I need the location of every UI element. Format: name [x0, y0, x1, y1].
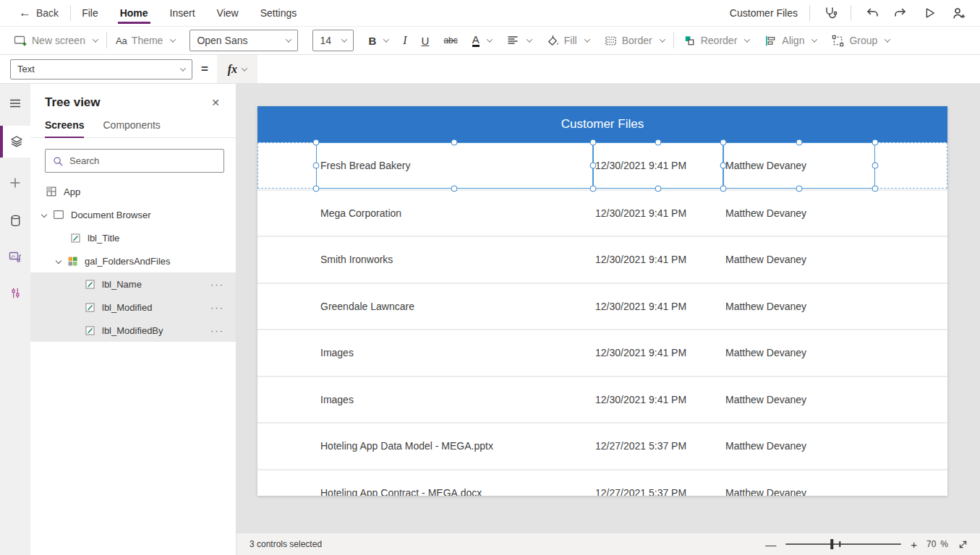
zoom-slider-handle[interactable] [830, 539, 833, 549]
menu-insert[interactable]: Insert [159, 0, 206, 27]
row-modified-label[interactable]: 12/27/2021 5:37 PM [595, 487, 686, 496]
bold-button[interactable]: B [362, 32, 394, 50]
selected-label-modifiedby[interactable] [723, 142, 875, 189]
selection-handle[interactable] [872, 186, 879, 192]
tree-item-lbl-name[interactable]: lbl_Name ··· [30, 272, 236, 296]
fx-button[interactable]: fx [217, 55, 257, 83]
selection-handle[interactable] [451, 139, 458, 146]
row-modifiedby-label[interactable]: Matthew Devaney [725, 394, 806, 405]
menu-home[interactable]: Home [109, 0, 159, 27]
selection-handle[interactable] [872, 163, 879, 169]
row-modified-label[interactable]: 12/30/2021 9:41 PM [595, 207, 686, 219]
gallery-row[interactable]: Greendale Lawncare 12/30/2021 9:41 PM Ma… [257, 283, 947, 330]
selection-handle[interactable] [451, 186, 458, 192]
gallery-row[interactable]: Hoteling App Contract - MEGA.docx 12/27/… [257, 469, 947, 496]
expand-menu-button[interactable] [0, 90, 30, 117]
align-button[interactable]: Align [758, 31, 822, 51]
tree-item-gallery[interactable]: gal_FoldersAndFiles [30, 249, 236, 272]
selection-handle[interactable] [313, 186, 320, 192]
tree-item-document-browser[interactable]: Document Browser [30, 203, 236, 226]
row-modifiedby-label[interactable]: Matthew Devaney [725, 440, 806, 452]
font-size-select[interactable]: 14 [312, 30, 354, 51]
screen-title-bar[interactable]: Customer Files [257, 106, 947, 142]
app-checker-icon[interactable] [822, 4, 839, 22]
underline-button[interactable]: U [416, 32, 435, 50]
menu-view[interactable]: View [206, 0, 250, 27]
tab-components[interactable]: Components [103, 116, 160, 137]
row-modified-label[interactable]: 12/30/2021 9:41 PM [595, 347, 686, 358]
reorder-button[interactable]: Reorder [677, 31, 756, 51]
property-select[interactable]: Text [10, 59, 192, 79]
group-button[interactable]: Group [825, 31, 895, 51]
insert-rail-button[interactable] [0, 169, 30, 197]
row-modifiedby-label[interactable]: Matthew Devaney [725, 487, 806, 496]
more-options-icon[interactable]: ··· [210, 325, 224, 336]
selection-handle[interactable] [796, 186, 803, 192]
gallery-row[interactable]: Images 12/30/2021 9:41 PM Matthew Devane… [257, 329, 947, 376]
row-name-label[interactable]: Images [320, 394, 354, 405]
strikethrough-button[interactable]: abc [438, 33, 463, 48]
row-name-label[interactable]: Hoteling App Data Model - MEGA.pptx [320, 440, 493, 452]
selection-handle[interactable] [720, 186, 727, 192]
font-family-select[interactable]: Open Sans [189, 30, 298, 51]
row-modifiedby-label[interactable]: Matthew Devaney [725, 301, 806, 312]
preview-play-icon[interactable] [921, 4, 938, 22]
row-modifiedby-label[interactable]: Matthew Devaney [725, 254, 806, 265]
chevron-expanded-icon[interactable] [41, 212, 47, 218]
selected-label-name[interactable] [316, 142, 593, 189]
fit-to-window-icon[interactable] [958, 539, 968, 550]
gallery-row[interactable]: Mega Corporation 12/30/2021 9:41 PM Matt… [257, 189, 947, 236]
menu-file[interactable]: File [71, 0, 109, 27]
search-input[interactable] [69, 155, 217, 166]
font-color-button[interactable]: A [466, 31, 498, 51]
row-name-label[interactable]: Images [320, 347, 354, 358]
row-modified-label[interactable]: 12/27/2021 5:37 PM [595, 440, 686, 452]
tree-view-rail-button[interactable] [0, 126, 30, 158]
menu-settings[interactable]: Settings [250, 0, 308, 27]
row-name-label[interactable]: Smith Ironworks [320, 254, 393, 265]
gallery-row[interactable]: Images 12/30/2021 9:41 PM Matthew Devane… [257, 376, 947, 423]
share-person-add-icon[interactable] [950, 4, 967, 22]
close-icon[interactable]: ✕ [207, 95, 224, 110]
gallery-row[interactable]: Hoteling App Data Model - MEGA.pptx 12/2… [257, 422, 947, 469]
new-screen-button[interactable]: New screen [7, 30, 103, 51]
selection-handle[interactable] [796, 139, 803, 146]
tree-item-lbl-modified[interactable]: lbl_Modified ··· [30, 296, 236, 319]
tree-item-app[interactable]: App [30, 180, 236, 203]
undo-icon[interactable] [863, 4, 880, 22]
selection-handle[interactable] [872, 139, 879, 146]
tab-screens[interactable]: Screens [45, 116, 84, 137]
formula-input[interactable] [257, 56, 980, 83]
fill-button[interactable]: Fill [540, 31, 595, 51]
border-button[interactable]: Border [598, 31, 670, 51]
selection-handle[interactable] [313, 139, 320, 146]
tree-item-lbl-modifiedby[interactable]: lbl_ModifiedBy ··· [30, 319, 236, 342]
row-modified-label[interactable]: 12/30/2021 9:41 PM [595, 394, 686, 405]
selection-handle[interactable] [655, 139, 662, 146]
selection-handle[interactable] [313, 163, 320, 169]
row-name-label[interactable]: Hoteling App Contract - MEGA.docx [320, 487, 482, 496]
italic-button[interactable]: I [397, 31, 412, 50]
selection-handle[interactable] [590, 186, 597, 192]
selection-handle[interactable] [720, 139, 727, 146]
zoom-slider[interactable] [785, 543, 901, 545]
chevron-expanded-icon[interactable] [56, 258, 61, 264]
selected-label-modified[interactable] [593, 142, 723, 189]
theme-button[interactable]: Aa Theme [110, 32, 181, 49]
zoom-in-icon[interactable]: + [911, 538, 917, 551]
more-options-icon[interactable]: ··· [210, 302, 224, 313]
media-rail-button[interactable] [0, 243, 30, 270]
selection-handle[interactable] [655, 186, 662, 192]
row-modifiedby-label[interactable]: Matthew Devaney [725, 347, 806, 358]
row-modified-label[interactable]: 12/30/2021 9:41 PM [595, 301, 686, 312]
text-align-button[interactable] [500, 31, 537, 50]
gallery-row[interactable]: Smith Ironworks 12/30/2021 9:41 PM Matth… [257, 236, 947, 283]
more-options-icon[interactable]: ··· [210, 279, 224, 290]
app-canvas[interactable]: Customer Files Fresh Bread Bakery 12/30/… [257, 106, 947, 496]
redo-icon[interactable] [892, 4, 909, 22]
tree-search-box[interactable] [45, 149, 224, 173]
back-button[interactable]: ← Back [0, 6, 70, 20]
advanced-tools-rail-button[interactable] [0, 279, 30, 306]
row-name-label[interactable]: Greendale Lawncare [320, 301, 414, 312]
row-modified-label[interactable]: 12/30/2021 9:41 PM [595, 254, 686, 265]
